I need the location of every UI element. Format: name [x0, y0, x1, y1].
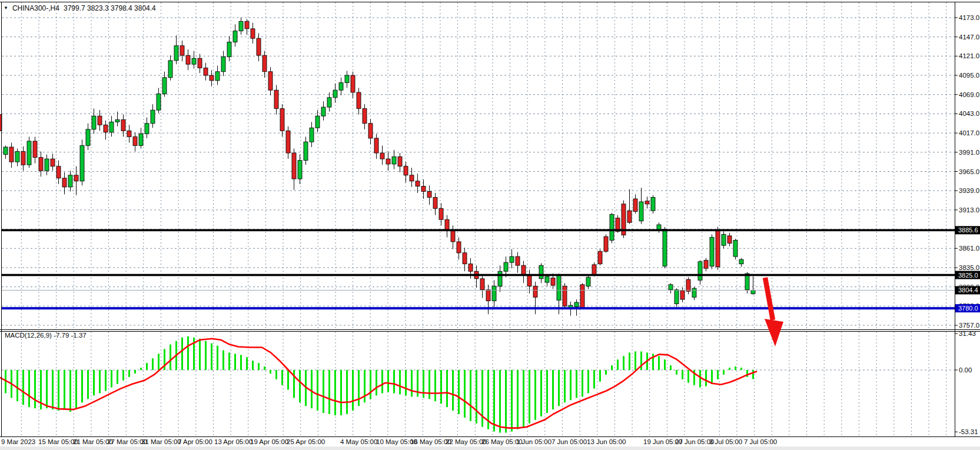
svg-text:7 Apr 05:00: 7 Apr 05:00	[178, 438, 212, 445]
symbol-title: CHINA300-,H4	[12, 4, 59, 12]
svg-text:4173.0: 4173.0	[959, 14, 979, 21]
svg-text:3804.4: 3804.4	[958, 286, 978, 294]
svg-text:19 Apr 05:00: 19 Apr 05:00	[250, 438, 288, 445]
macd-indicator-label: MACD(12,26,9) -7.79 -1.37	[5, 332, 87, 339]
ohlc-readout: 3799.7 3823.3 3798.4 3804.4	[64, 4, 156, 12]
svg-text:3885.6: 3885.6	[958, 226, 978, 234]
svg-text:-53.31: -53.31	[959, 428, 978, 435]
svg-text:13 Jun 05:00: 13 Jun 05:00	[587, 438, 626, 445]
svg-text:3757.0: 3757.0	[959, 322, 979, 329]
svg-text:4017.0: 4017.0	[959, 129, 979, 136]
svg-text:3965.0: 3965.0	[959, 168, 979, 175]
date-axis: 9 Mar 202315 Mar 05:0021 Mar 05:0027 Mar…	[1, 438, 777, 445]
svg-text:27 Jun 05:00: 27 Jun 05:00	[675, 438, 715, 445]
svg-text:1 Jun 05:00: 1 Jun 05:00	[516, 438, 552, 445]
svg-text:3939.0: 3939.0	[959, 187, 979, 194]
macd-axis: 31.430.00-53.31	[955, 330, 978, 435]
macd-pane[interactable]	[2, 332, 955, 436]
horizontal-level-line	[2, 229, 955, 232]
svg-text:7 Jul 05:00: 7 Jul 05:00	[744, 438, 777, 445]
svg-text:4147.0: 4147.0	[959, 34, 979, 41]
svg-text:3825.0: 3825.0	[958, 272, 978, 279]
symbol-header: ▼ CHINA300-,H4 3799.7 3823.3 3798.4 3804…	[4, 4, 156, 12]
chart-window: 4173.04147.04121.04095.04069.04043.04017…	[0, 0, 980, 450]
svg-text:25 Apr 05:00: 25 Apr 05:00	[287, 438, 325, 445]
svg-text:3835.0: 3835.0	[959, 264, 979, 271]
svg-text:4121.0: 4121.0	[959, 52, 979, 59]
svg-text:0.00: 0.00	[959, 366, 972, 374]
svg-text:4 May 05:00: 4 May 05:00	[340, 438, 377, 445]
svg-text:3861.0: 3861.0	[959, 245, 979, 252]
svg-text:3913.0: 3913.0	[959, 206, 979, 214]
svg-text:22 May 05:00: 22 May 05:00	[446, 438, 487, 445]
svg-text:31 Mar 05:00: 31 Mar 05:00	[141, 438, 181, 445]
svg-text:9 Mar 2023: 9 Mar 2023	[1, 438, 35, 445]
horizontal-support-line	[2, 307, 955, 309]
svg-text:4095.0: 4095.0	[959, 72, 979, 79]
svg-text:3991.0: 3991.0	[959, 149, 979, 156]
svg-text:15 Mar 05:00: 15 Mar 05:00	[38, 438, 78, 445]
collapse-arrow-icon[interactable]: ▼	[4, 6, 8, 11]
svg-text:3780.0: 3780.0	[958, 305, 978, 312]
chart-canvas: 4173.04147.04121.04095.04069.04043.04017…	[0, 0, 980, 450]
main-chart-pane[interactable]	[2, 2, 955, 329]
svg-text:3 Jul 05:00: 3 Jul 05:00	[709, 438, 742, 445]
status-strip	[0, 446, 980, 450]
svg-text:31.43: 31.43	[959, 330, 976, 337]
horizontal-level-line	[2, 274, 955, 276]
svg-text:7 Jun 05:00: 7 Jun 05:00	[552, 438, 587, 445]
svg-text:13 Apr 05:00: 13 Apr 05:00	[214, 438, 253, 445]
svg-text:4069.0: 4069.0	[959, 91, 979, 98]
svg-text:4043.0: 4043.0	[959, 110, 979, 117]
price-axis: 4173.04147.04121.04095.04069.04043.04017…	[955, 14, 979, 329]
